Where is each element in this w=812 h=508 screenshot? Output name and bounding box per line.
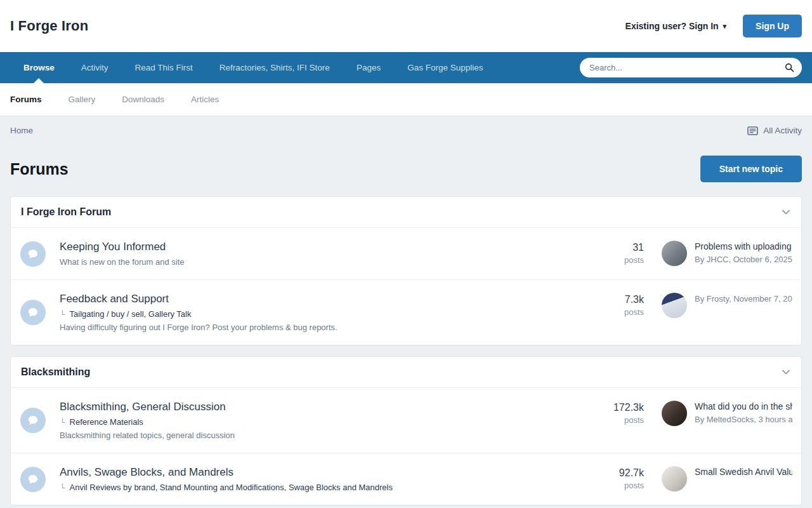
- nav-item-activity[interactable]: Activity: [68, 52, 122, 83]
- forum-description: What is new on the forum and site: [60, 257, 582, 267]
- subforum-links[interactable]: └Reference Materials: [60, 417, 582, 427]
- chevron-down-icon[interactable]: [781, 367, 791, 377]
- forum-row-blacksmithing-general: Blacksmithing, General Discussion └Refer…: [11, 388, 801, 453]
- last-post-info: What did you do in the sho... By MeltedS…: [695, 401, 792, 426]
- last-post: Problems with uploading ph... By JHCC, O…: [662, 241, 792, 266]
- nav-item-pages[interactable]: Pages: [343, 52, 394, 83]
- avatar[interactable]: [662, 466, 687, 491]
- corner-icon: └: [60, 418, 65, 427]
- tab-downloads[interactable]: Downloads: [122, 95, 164, 104]
- forum-info: Keeping You Informed What is new on the …: [60, 241, 582, 267]
- post-count: 92.7k: [589, 467, 644, 479]
- corner-icon: └: [60, 310, 65, 319]
- last-post-info: By Frosty, November 7, 2025: [695, 293, 792, 318]
- subforum-labels[interactable]: Anvil Reviews by brand, Stand Mounting a…: [70, 483, 393, 492]
- last-post: What did you do in the sho... By MeltedS…: [662, 401, 792, 426]
- comment-bubble-icon: [20, 241, 46, 267]
- avatar[interactable]: [662, 293, 687, 318]
- forum-title[interactable]: Keeping You Informed: [60, 241, 582, 253]
- tab-articles[interactable]: Articles: [191, 95, 219, 104]
- nav-item-store[interactable]: Refractories, Shirts, IFI Store: [206, 52, 343, 83]
- forum-info: Blacksmithing, General Discussion └Refer…: [60, 401, 582, 440]
- last-post-title[interactable]: Small Swedish Anvil Value: [695, 467, 792, 477]
- primary-nav: Browse Activity Read This First Refracto…: [0, 52, 812, 83]
- last-post-title[interactable]: What did you do in the sho...: [695, 401, 792, 411]
- post-count-label: posts: [589, 255, 644, 265]
- forum-row-feedback-and-support: Feedback and Support └Tailgating / buy /…: [11, 280, 801, 345]
- category-header: I Forge Iron Forum: [11, 197, 801, 228]
- subforum-labels[interactable]: Reference Materials: [70, 417, 143, 427]
- forum-title[interactable]: Feedback and Support: [60, 293, 582, 305]
- subforum-links[interactable]: └Anvil Reviews by brand, Stand Mounting …: [60, 483, 582, 492]
- forum-stats: 7.3k posts: [589, 293, 644, 317]
- tab-forums[interactable]: Forums: [10, 95, 42, 104]
- last-post-byline[interactable]: By MeltedSocks, 3 hours ago: [695, 415, 792, 424]
- avatar[interactable]: [662, 401, 687, 426]
- all-activity-label: All Activity: [763, 126, 802, 135]
- sign-in-dropdown[interactable]: Existing user? Sign In ▾: [625, 21, 727, 31]
- corner-icon: └: [60, 483, 65, 492]
- search-box: [580, 58, 802, 77]
- header-actions: Existing user? Sign In ▾ Sign Up: [625, 15, 802, 37]
- forum-stats: 31 posts: [589, 241, 644, 265]
- category-title[interactable]: Blacksmithing: [21, 366, 90, 378]
- last-post-info: Problems with uploading ph... By JHCC, O…: [695, 241, 792, 266]
- post-count-label: posts: [589, 481, 644, 490]
- comment-bubble-icon: [20, 467, 46, 492]
- chevron-down-icon[interactable]: [781, 207, 791, 217]
- breadcrumb: Home All Activity: [0, 116, 812, 140]
- post-count-label: posts: [589, 307, 644, 317]
- post-count-label: posts: [589, 415, 644, 425]
- activity-feed-icon: [747, 126, 758, 135]
- last-post: Small Swedish Anvil Value: [662, 466, 792, 491]
- forum-list: I Forge Iron Forum Keeping You Informed …: [0, 196, 812, 505]
- site-logo[interactable]: I Forge Iron: [10, 18, 88, 34]
- tab-gallery[interactable]: Gallery: [69, 95, 96, 104]
- comment-bubble-icon: [20, 300, 46, 325]
- nav-item-gas-forge-supplies[interactable]: Gas Forge Supplies: [394, 52, 496, 83]
- forum-info: Feedback and Support └Tailgating / buy /…: [60, 293, 582, 332]
- search-icon[interactable]: [785, 63, 794, 72]
- secondary-nav: Forums Gallery Downloads Articles: [0, 83, 812, 116]
- last-post-byline[interactable]: By JHCC, October 6, 2025: [695, 255, 792, 264]
- subforum-labels[interactable]: Tailgating / buy / sell, Gallery Talk: [70, 309, 192, 319]
- last-post-title[interactable]: Problems with uploading ph...: [695, 241, 792, 251]
- category-blacksmithing: Blacksmithing Blacksmithing, General Dis…: [10, 356, 802, 505]
- search-input[interactable]: [589, 63, 785, 72]
- last-post-byline[interactable]: By Frosty, November 7, 2025: [695, 294, 792, 304]
- sign-in-label: Existing user? Sign In: [625, 21, 719, 31]
- subforum-links[interactable]: └Tailgating / buy / sell, Gallery Talk: [60, 309, 582, 319]
- category-i-forge-iron-forum: I Forge Iron Forum Keeping You Informed …: [10, 196, 802, 345]
- sign-up-button[interactable]: Sign Up: [743, 15, 802, 37]
- nav-item-browse[interactable]: Browse: [10, 52, 68, 83]
- breadcrumb-home[interactable]: Home: [10, 126, 33, 135]
- page-head: Forums Start new topic: [0, 140, 812, 196]
- post-count: 7.3k: [589, 294, 644, 305]
- post-count: 172.3k: [589, 402, 644, 413]
- forum-description: Blacksmithing related topics, general di…: [60, 431, 582, 440]
- post-count: 31: [589, 242, 644, 253]
- last-post: By Frosty, November 7, 2025: [662, 293, 792, 318]
- category-header: Blacksmithing: [11, 357, 801, 388]
- forum-stats: 92.7k posts: [589, 466, 644, 490]
- site-header: I Forge Iron Existing user? Sign In ▾ Si…: [0, 0, 812, 52]
- nav-item-read-this-first[interactable]: Read This First: [122, 52, 206, 83]
- last-post-info: Small Swedish Anvil Value: [695, 466, 792, 491]
- forum-row-keeping-you-informed: Keeping You Informed What is new on the …: [11, 228, 801, 280]
- page-title: Forums: [10, 160, 69, 178]
- forum-description: Having difficulty figuring out I Forge I…: [60, 323, 582, 332]
- forum-stats: 172.3k posts: [589, 401, 644, 425]
- all-activity-link[interactable]: All Activity: [747, 126, 802, 135]
- forum-row-anvils-swage-blocks: Anvils, Swage Blocks, and Mandrels └Anvi…: [11, 453, 801, 505]
- start-new-topic-button[interactable]: Start new topic: [700, 156, 802, 182]
- forum-title[interactable]: Blacksmithing, General Discussion: [60, 401, 582, 413]
- forum-title[interactable]: Anvils, Swage Blocks, and Mandrels: [60, 466, 582, 479]
- caret-down-icon: ▾: [723, 22, 727, 30]
- avatar[interactable]: [662, 241, 687, 266]
- category-title[interactable]: I Forge Iron Forum: [21, 206, 111, 218]
- comment-bubble-icon: [20, 408, 46, 433]
- forum-info: Anvils, Swage Blocks, and Mandrels └Anvi…: [60, 466, 582, 492]
